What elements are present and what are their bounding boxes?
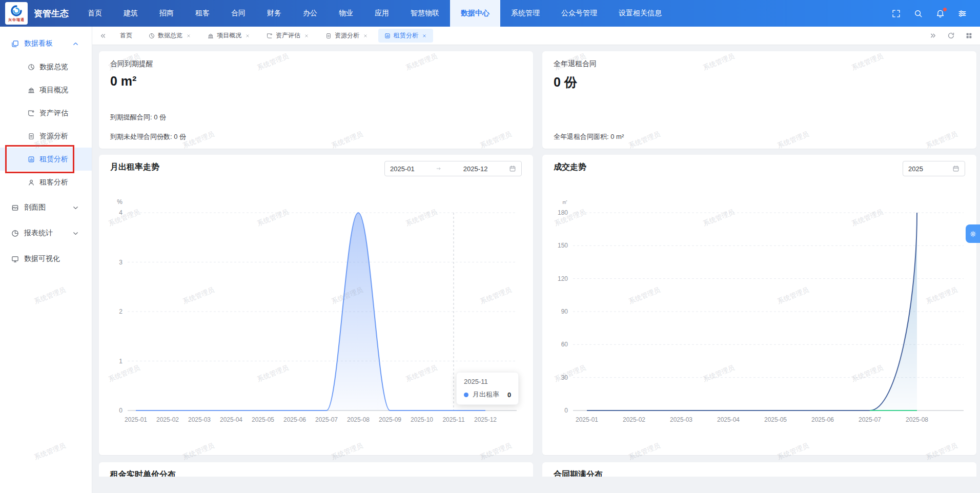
annual-refund-card: 全年退租合同 0 份 全年退租合同面积: 0 m² <box>542 51 976 149</box>
svg-text:2025-02: 2025-02 <box>156 416 179 423</box>
date-range-picker[interactable]: 2025-01 2025-12 <box>384 161 522 176</box>
card-value: 0 份 <box>554 74 965 91</box>
chevrons-right-icon[interactable] <box>929 32 937 39</box>
close-icon[interactable] <box>304 33 309 38</box>
sidebar-group-1[interactable]: 剖面图 <box>0 196 92 219</box>
contract-expiry-distribution-card: 合同期满分布 <box>542 462 976 477</box>
svg-text:4: 4 <box>119 209 122 216</box>
svg-text:30: 30 <box>561 374 568 381</box>
svg-text:2025-06: 2025-06 <box>811 416 834 423</box>
year-value: 2025 <box>908 165 923 173</box>
open-tabs: 首页数据总览项目概况资产评估资源分析租赁分析 <box>114 29 433 43</box>
sidebar-item-0-5[interactable]: 租客分析 <box>0 171 92 194</box>
svg-text:2025-10: 2025-10 <box>411 416 433 423</box>
pie-icon <box>149 33 155 39</box>
doc-icon <box>325 33 332 39</box>
tab-5[interactable]: 租赁分析 <box>378 29 433 43</box>
settings-float-button[interactable] <box>966 224 980 243</box>
svg-text:2025-07: 2025-07 <box>315 416 338 423</box>
nav-item-8[interactable]: 应用 <box>364 0 400 27</box>
nav-item-7[interactable]: 物业 <box>328 0 364 27</box>
svg-text:2025-08: 2025-08 <box>347 416 370 423</box>
calendar-icon <box>952 165 959 172</box>
brand-title: 资管生态 <box>34 8 69 19</box>
svg-text:120: 120 <box>558 275 568 282</box>
chevron-up-icon <box>72 40 79 48</box>
svg-text:3: 3 <box>119 259 122 266</box>
close-icon[interactable] <box>422 33 427 38</box>
tab-2[interactable]: 项目概况 <box>201 29 256 43</box>
sidebar-item-0-4[interactable]: 租赁分析 <box>0 148 92 171</box>
logo-swirl-icon <box>10 5 23 17</box>
tab-0[interactable]: 首页 <box>114 29 138 43</box>
nav-item-12[interactable]: 公众号管理 <box>550 0 608 27</box>
tab-3[interactable]: 资产评估 <box>260 29 315 43</box>
card-title: 合同期满分布 <box>554 469 965 477</box>
svg-text:2025-04: 2025-04 <box>220 416 242 423</box>
nav-item-5[interactable]: 财务 <box>256 0 292 27</box>
refresh-icon[interactable] <box>947 32 955 39</box>
close-icon[interactable] <box>186 33 191 38</box>
svg-text:60: 60 <box>561 341 568 348</box>
sidebar-group-2[interactable]: 报表统计 <box>0 221 92 245</box>
card-stat-line: 全年退租合同面积: 0 m² <box>554 132 624 141</box>
sidebar-item-0-2[interactable]: 资产评估 <box>0 101 92 125</box>
sidebar-group-0[interactable]: 数据看板 <box>0 32 92 55</box>
nav-item-3[interactable]: 租客 <box>185 0 220 27</box>
svg-text:180: 180 <box>558 209 568 216</box>
svg-text:2025-01: 2025-01 <box>576 416 598 423</box>
user-icon <box>28 179 35 186</box>
card-value: 0 m² <box>110 74 522 89</box>
nav-item-11[interactable]: 系统管理 <box>500 0 550 27</box>
svg-text:2: 2 <box>119 308 122 315</box>
year-picker[interactable]: 2025 <box>903 161 965 176</box>
sidebar-item-0-1[interactable]: 项目概况 <box>0 78 92 101</box>
svg-text:2025-04: 2025-04 <box>717 416 740 423</box>
card-title: 租金实时单价分布 <box>110 469 522 477</box>
tooltip-date: 2025-11 <box>464 378 511 385</box>
svg-text:2025-11: 2025-11 <box>442 416 464 423</box>
svg-text:90: 90 <box>561 308 568 315</box>
arrow-right-icon <box>436 166 442 172</box>
nav-item-6[interactable]: 办公 <box>292 0 328 27</box>
nav-item-1[interactable]: 建筑 <box>113 0 149 27</box>
gauge-icon <box>28 110 35 117</box>
card-title: 全年退租合同 <box>554 59 965 69</box>
nav-item-4[interactable]: 合同 <box>220 0 256 27</box>
building-icon <box>28 87 35 94</box>
svg-text:2025-05: 2025-05 <box>252 416 274 423</box>
monitor-icon <box>11 255 19 263</box>
card-stat-line: 到期未处理合同份数: 0 份 <box>110 132 186 141</box>
nav-item-0[interactable]: 首页 <box>77 0 113 27</box>
sidebar-item-0-3[interactable]: 资源分析 <box>0 125 92 148</box>
sidebar-item-0-0[interactable]: 数据总览 <box>0 55 92 78</box>
board-icon <box>11 40 19 48</box>
nav-item-13[interactable]: 设置相关信息 <box>608 0 672 27</box>
grid4-icon[interactable] <box>965 32 973 39</box>
nav-item-9[interactable]: 智慧物联 <box>400 0 450 27</box>
search-icon[interactable] <box>914 9 923 18</box>
sliders-icon[interactable] <box>958 9 967 18</box>
svg-text:0: 0 <box>119 407 122 414</box>
chevrons-left-icon[interactable] <box>99 32 107 39</box>
tab-1[interactable]: 数据总览 <box>142 29 197 43</box>
nav-item-10[interactable]: 数据中心 <box>450 0 500 27</box>
svg-text:150: 150 <box>558 242 568 249</box>
gear-icon <box>969 230 977 238</box>
nav-item-2[interactable]: 招商 <box>149 0 185 27</box>
svg-text:2025-02: 2025-02 <box>623 416 645 423</box>
tab-4[interactable]: 资源分析 <box>319 29 374 43</box>
fullscreen-icon[interactable] <box>892 9 901 18</box>
close-icon[interactable] <box>363 33 368 38</box>
bell-icon[interactable] <box>936 9 945 18</box>
gauge-icon <box>267 33 273 39</box>
chevron-down-icon <box>72 204 79 212</box>
sidebar-group-3[interactable]: 数据可视化 <box>0 247 92 271</box>
close-icon[interactable] <box>245 33 250 38</box>
calendar-icon <box>509 165 516 172</box>
card-stat-line: 到期提醒合同: 0 份 <box>110 113 166 122</box>
svg-text:2025-09: 2025-09 <box>379 416 401 423</box>
notification-badge <box>943 7 947 12</box>
rent-price-distribution-card: 租金实时单价分布 <box>99 462 533 477</box>
svg-text:1: 1 <box>119 358 122 365</box>
